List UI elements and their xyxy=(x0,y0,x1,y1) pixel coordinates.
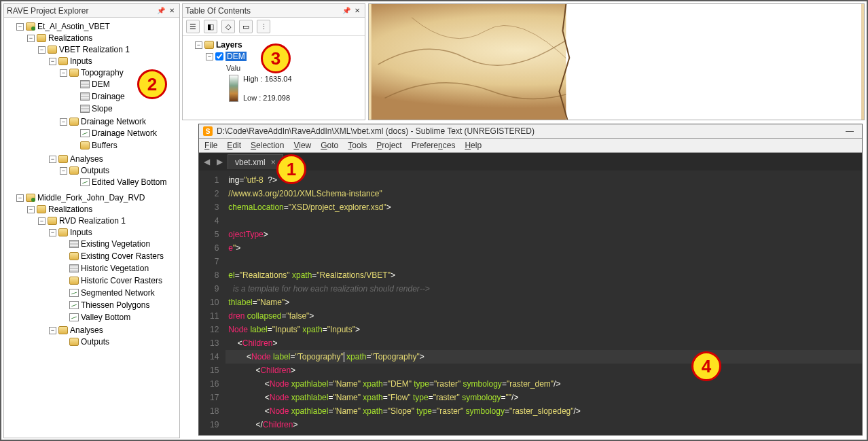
expander-icon[interactable]: − xyxy=(16,194,24,202)
tree-item[interactable]: Drainage xyxy=(92,92,125,101)
toc-layer-dem[interactable]: DEM xyxy=(225,52,247,61)
tree-item[interactable]: Realizations xyxy=(48,205,92,214)
folder-icon xyxy=(58,228,68,236)
line-icon xyxy=(80,129,90,137)
tree-item[interactable]: VBET Realization 1 xyxy=(59,45,130,54)
tree-item[interactable]: Drainage Network xyxy=(92,128,157,138)
close-icon[interactable]: ✕ xyxy=(352,6,362,16)
menu-help[interactable]: Help xyxy=(465,141,482,150)
tree-item[interactable]: Middle_Fork_John_Day_RVD xyxy=(37,193,145,202)
expander-icon[interactable]: − xyxy=(49,156,56,163)
tree-item[interactable]: Thiessen Polygons xyxy=(81,300,149,310)
list-by-source-button[interactable]: ◧ xyxy=(204,20,217,33)
pin-icon[interactable]: 📌 xyxy=(342,6,351,16)
tree-item[interactable]: Historic Cover Rasters xyxy=(81,276,162,285)
expander-icon[interactable]: − xyxy=(49,229,56,236)
expander-icon[interactable]: − xyxy=(27,35,35,42)
tab-close-icon[interactable]: × xyxy=(271,158,276,167)
color-ramp-icon xyxy=(229,75,238,102)
folder-icon xyxy=(80,141,90,149)
layers-icon xyxy=(204,41,214,49)
expander-icon[interactable]: − xyxy=(16,23,24,31)
tree-item[interactable]: Realizations xyxy=(48,33,92,43)
rave-header: RAVE Project Explorer 📌 ✕ xyxy=(4,4,179,18)
polygon-icon xyxy=(69,313,79,321)
expander-icon[interactable]: − xyxy=(49,327,56,334)
expander-icon[interactable]: − xyxy=(60,69,67,77)
menu-view[interactable]: View xyxy=(293,141,311,150)
tab-vbet-xml[interactable]: vbet.xml × xyxy=(228,154,283,169)
expander-icon[interactable]: − xyxy=(206,53,213,60)
tree-item[interactable]: Outputs xyxy=(81,337,109,347)
legend-low: Low : 219.098 xyxy=(243,94,292,102)
sublime-titlebar[interactable]: S D:\Code\RaveAddIn\RaveAddIn\XML\vbet.x… xyxy=(199,124,862,139)
tree-item[interactable]: Edited Valley Bottom xyxy=(92,177,167,187)
code-editor[interactable]: 12345678910111213141516171819 ing="utf-8… xyxy=(199,171,862,435)
folder-icon xyxy=(69,277,79,285)
toc-header: Table Of Contents 📌 ✕ xyxy=(183,4,365,18)
expander-icon[interactable]: − xyxy=(60,167,67,175)
sublime-icon: S xyxy=(203,126,213,136)
expander-icon[interactable]: − xyxy=(60,118,67,126)
toc-layers[interactable]: Layers xyxy=(216,40,242,50)
list-by-visibility-button[interactable]: ◇ xyxy=(221,20,235,33)
tree-item[interactable]: Historic Vegetation xyxy=(81,264,149,273)
tree-item[interactable]: Buffers xyxy=(92,141,117,150)
tree-item[interactable]: Outputs xyxy=(81,166,109,175)
callout-badge-4: 4 xyxy=(691,351,721,381)
tree-item[interactable]: Drainage Network xyxy=(81,117,146,126)
folder-icon xyxy=(58,155,68,163)
layer-visibility-checkbox[interactable] xyxy=(215,52,223,60)
tree-item[interactable]: Analyses xyxy=(70,325,103,335)
rave-tree[interactable]: −Et_Al_Asotin_VBET −Realizations −VBET R… xyxy=(4,18,179,353)
toc-toolbar: ☰ ◧ ◇ ▭ ⋮ xyxy=(183,18,365,36)
expander-icon[interactable]: − xyxy=(38,217,46,225)
raster-icon xyxy=(69,264,79,272)
code-area[interactable]: ing="utf-8 ?>//www.w3.org/2001/XMLSchema… xyxy=(225,171,862,435)
tree-item[interactable]: Valley Bottom xyxy=(81,313,130,322)
options-button[interactable]: ⋮ xyxy=(257,20,270,33)
menu-preferences[interactable]: Preferences xyxy=(412,141,456,150)
tree-item[interactable]: RVD Realization 1 xyxy=(59,216,126,226)
close-icon[interactable]: ✕ xyxy=(167,6,177,16)
menu-edit[interactable]: Edit xyxy=(227,141,241,150)
expander-icon[interactable]: − xyxy=(27,206,35,213)
rave-explorer-panel: RAVE Project Explorer 📌 ✕ −Et_Al_Asotin_… xyxy=(3,3,180,438)
project-icon xyxy=(26,22,35,31)
menu-tools[interactable]: Tools xyxy=(348,141,367,150)
tree-item[interactable]: Existing Cover Rasters xyxy=(81,251,164,261)
list-by-drawing-order-button[interactable]: ☰ xyxy=(186,20,200,33)
folder-icon xyxy=(69,252,79,260)
menu-selection[interactable]: Selection xyxy=(251,141,284,150)
tree-item[interactable]: DEM xyxy=(92,80,110,89)
menu-file[interactable]: File xyxy=(204,141,217,150)
menu-goto[interactable]: Goto xyxy=(321,141,338,150)
tab-next-icon[interactable]: ▶ xyxy=(215,157,225,166)
tree-item[interactable]: Inputs xyxy=(70,228,92,237)
map-view[interactable] xyxy=(368,3,865,120)
menu-project[interactable]: Project xyxy=(376,141,401,150)
pin-icon[interactable]: 📌 xyxy=(156,6,166,16)
folder-icon xyxy=(58,57,68,65)
line-icon xyxy=(69,289,79,297)
expander-icon[interactable]: − xyxy=(49,58,56,65)
folder-icon xyxy=(69,166,79,175)
raster-icon xyxy=(80,80,90,88)
list-by-selection-button[interactable]: ▭ xyxy=(239,20,253,33)
expander-icon[interactable]: − xyxy=(38,46,46,54)
tree-item[interactable]: Topography xyxy=(81,68,124,77)
tab-label: vbet.xml xyxy=(235,158,266,167)
tree-item[interactable]: Et_Al_Asotin_VBET xyxy=(37,22,110,31)
tree-item[interactable]: Slope xyxy=(92,104,113,113)
raster-icon xyxy=(80,105,90,113)
legend-high: High : 1635.04 xyxy=(243,75,292,83)
minimize-button[interactable]: — xyxy=(842,126,858,136)
tab-prev-icon[interactable]: ◀ xyxy=(202,157,212,166)
tree-item[interactable]: Existing Vegetation xyxy=(81,239,150,249)
expander-icon[interactable]: − xyxy=(195,41,202,49)
folder-icon xyxy=(37,34,46,42)
tree-item[interactable]: Analyses xyxy=(70,154,103,164)
tree-item[interactable]: Inputs xyxy=(70,56,92,66)
tree-item[interactable]: Segmented Network xyxy=(81,288,155,298)
legend-value-label: Valu xyxy=(226,64,240,72)
